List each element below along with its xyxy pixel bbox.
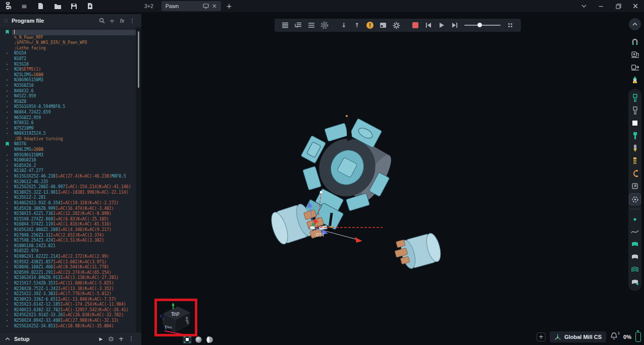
- code-line[interactable]: ;$PATH=/_N_WKS_DIR/_N_Pawn_WPD: [0, 40, 141, 46]
- goto-line-button[interactable]: [293, 20, 304, 31]
- main-menu-button[interactable]: ≡: [18, 1, 30, 11]
- code-line[interactable]: •N130X25.32Z-13.981I=AC(-18381.996)K=AC(…: [0, 190, 141, 196]
- save-file-button[interactable]: [68, 1, 80, 11]
- code-line[interactable]: •N165G3X2.086Z2.208I=AC(4.346)K=AC(9.217…: [0, 227, 141, 233]
- setup-play-button[interactable]: ▶: [96, 334, 106, 344]
- code-line[interactable]: •N125G2X25.288Z-40.997I=AC(-154.214)K=AC…: [0, 185, 141, 190]
- code-line[interactable]: N90LIMS=1000: [0, 147, 141, 153]
- function-button[interactable]: fx: [117, 16, 127, 26]
- code-line[interactable]: •N200X6.168Z1.466I=AC(8.544)K=AC(11.778): [0, 265, 141, 270]
- simulation-mode-button[interactable]: [629, 193, 641, 205]
- gcode-editor[interactable]: %_N_Pawn_MPF;$PATH=/_N_WKS_DIR/_N_Pawn_W…: [0, 27, 141, 332]
- code-line[interactable]: •N120G1Z-46.235: [0, 180, 141, 185]
- code-line[interactable]: •N140G2X23.93Z-0.354I=AC(19.328)K=AC(-2.…: [0, 201, 141, 206]
- collapse-toolbar-button[interactable]: [629, 18, 641, 30]
- code-line[interactable]: ;Lathe facing: [0, 46, 141, 51]
- open-file-button[interactable]: [51, 1, 64, 11]
- code-line[interactable]: •N70X32.6: [0, 121, 141, 126]
- step-down-button[interactable]: ↓: [338, 20, 349, 31]
- code-line[interactable]: •N135G1Z-2.281: [0, 195, 141, 201]
- code-line[interactable]: •N150X15.42Z1.736I=AC(12.282)K=AC(-8.098…: [0, 211, 141, 217]
- code-line[interactable]: N85T6: [0, 142, 141, 147]
- line-view-button[interactable]: [306, 20, 317, 31]
- simulation-settings-button[interactable]: [391, 20, 402, 31]
- program-blocks-button[interactable]: [280, 20, 291, 31]
- show-holder-button[interactable]: [628, 104, 641, 117]
- tool-holder-display-button[interactable]: [628, 73, 641, 86]
- code-line[interactable]: •N235X23.614Z-12.185I=AC(-174.254)K=AC(-…: [0, 302, 141, 308]
- expand-toolbar-button[interactable]: [505, 20, 516, 31]
- code-line[interactable]: •N110Z-47.277: [0, 168, 141, 174]
- warnings-button[interactable]: !: [364, 20, 375, 31]
- show-target-part-button[interactable]: [628, 251, 641, 263]
- code-line[interactable]: •N55G1G95X-0.594M8F0.5: [0, 104, 141, 110]
- fit-content-button[interactable]: ÷: [107, 16, 117, 26]
- restore-button[interactable]: [610, 0, 627, 12]
- code-line[interactable]: •N230X23.336Z-6.651I=AC(-13.846)K=AC(-7.…: [0, 297, 141, 303]
- code-line[interactable]: •N210G3X14.096Z0.913I=AC(3.138)K=AC(-27.…: [0, 275, 141, 281]
- step-up-button[interactable]: ↑: [351, 20, 362, 31]
- code-line[interactable]: ;OD Adaptive turning: [0, 137, 141, 142]
- code-line[interactable]: •N170X0.256Z3.31I=AC(2.652)K=AC(3.374): [0, 233, 141, 239]
- skip-end-button[interactable]: [449, 20, 460, 31]
- play-button[interactable]: [436, 20, 447, 31]
- code-line[interactable]: •N50Z0: [0, 99, 141, 105]
- code-line[interactable]: •N105X26.2: [0, 163, 141, 169]
- import-file-button[interactable]: [84, 1, 96, 11]
- panel-layout-button[interactable]: [378, 20, 389, 31]
- search-button[interactable]: [97, 16, 107, 26]
- add-coordinate-system-button[interactable]: +: [536, 332, 546, 341]
- show-fixture-bolt-button[interactable]: [628, 154, 641, 167]
- expand-up-icon[interactable]: [5, 337, 10, 340]
- code-line[interactable]: •N15G18: [0, 62, 141, 68]
- document-tab[interactable]: Pawn ×: [162, 1, 221, 11]
- code-line[interactable]: •N250X24.094Z-33.408I=AC(27.988)K=AC(-32…: [0, 318, 141, 324]
- show-points-button[interactable]: [628, 213, 641, 225]
- magnet-snap-button[interactable]: [628, 35, 641, 48]
- code-line[interactable]: •N5G54: [0, 51, 141, 56]
- code-line[interactable]: •N220X20.752Z-1.242I=AC(13.38)K=AC(-3.35…: [0, 286, 141, 292]
- machine-display-button[interactable]: [628, 48, 641, 61]
- code-line[interactable]: •N65G0Z2.959: [0, 116, 141, 121]
- setup-record-button[interactable]: ⊙: [106, 334, 116, 344]
- code-line[interactable]: •N180G1X0.24Z3.021: [0, 244, 141, 249]
- code-line[interactable]: •N185Z2.974: [0, 249, 141, 254]
- stop-button[interactable]: [410, 20, 421, 31]
- code-line[interactable]: •N30G96S150M3: [0, 78, 141, 83]
- code-line[interactable]: •N100G0Z10: [0, 158, 141, 163]
- setup-add-button[interactable]: +: [116, 334, 126, 344]
- show-tool-tip-button[interactable]: [628, 142, 641, 154]
- show-shaded-stock-button[interactable]: [628, 238, 641, 251]
- code-line[interactable]: N10T2: [0, 56, 141, 62]
- speed-slider[interactable]: [464, 20, 501, 31]
- code-line[interactable]: •N155X8.274Z2.868I=AC(6.83)K=AC(-25.105): [0, 217, 141, 222]
- code-line[interactable]: •N195X2.438Z1.857I=AC(3.682)K=AC(3.971): [0, 260, 141, 265]
- code-line[interactable]: •N80X319Z524.5: [0, 131, 141, 137]
- code-line[interactable]: •N160X4.574Z2.119I=AC(1.816)K=AC(-81.516…: [0, 222, 141, 227]
- code-line[interactable]: N25LIMS=1000: [0, 73, 141, 78]
- code-line[interactable]: •N40X32.6: [0, 89, 141, 94]
- code-line[interactable]: •N215X17.534Z0.353I=AC(11.606)K=AC(-5.82…: [0, 281, 141, 286]
- code-line[interactable]: •N60X4.724Z2.659: [0, 110, 141, 116]
- code-line[interactable]: •N175X0.254Z3.424I=AC(3.51)K=AC(3.382): [0, 238, 141, 244]
- window-dropdown-button[interactable]: [575, 0, 593, 12]
- code-line[interactable]: •N20SETMS(1): [0, 67, 141, 73]
- 3d-viewport[interactable]: G54 ↓ ↑ !: [141, 12, 644, 345]
- editor-scrollbar-track[interactable]: [136, 27, 141, 332]
- code-line[interactable]: •N95G96S150M3: [0, 153, 141, 158]
- code-line[interactable]: •N240X23.638Z-32.702I=AC(-12957.542)K=AC…: [0, 308, 141, 313]
- new-file-button[interactable]: [34, 1, 46, 11]
- show-stock-button[interactable]: [628, 117, 641, 129]
- panel-drag-handle[interactable]: ∷: [4, 18, 8, 24]
- code-line[interactable]: •N255G3X25Z-34.853I=AC(18.98)K=AC(-35.00…: [0, 324, 141, 329]
- notifications-button[interactable]: 1: [610, 332, 619, 342]
- panel-more-button[interactable]: ⋮: [127, 16, 137, 26]
- code-line[interactable]: •N45Z2.959: [0, 94, 141, 99]
- show-mesh-compare-button[interactable]: [628, 263, 641, 276]
- show-tool-solid-button[interactable]: [628, 129, 641, 142]
- show-result-stock-button[interactable]: [628, 276, 641, 289]
- machine-tool-display-button[interactable]: [628, 61, 641, 73]
- machine-simulation-scene[interactable]: G54: [141, 12, 644, 345]
- code-line[interactable]: •N205X9.022Z1.291I=AC(23.274)K=AC(65.254…: [0, 270, 141, 276]
- code-line[interactable]: •N225X22.39Z-3.303I=AC(7.776)K=AC(-5.012…: [0, 292, 141, 297]
